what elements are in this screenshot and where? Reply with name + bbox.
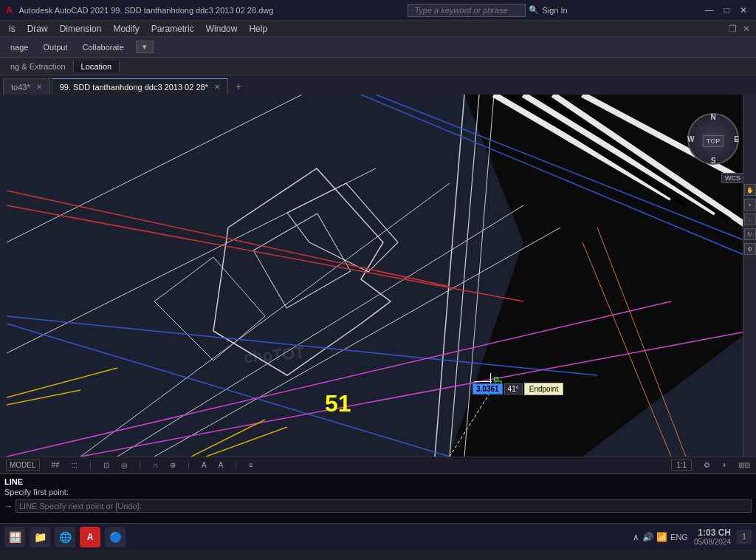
scale-label[interactable]: 1:1 bbox=[671, 460, 692, 471]
compass-north: N bbox=[710, 113, 715, 121]
compass-south: S bbox=[711, 157, 716, 165]
polar-button[interactable]: ◎ bbox=[121, 461, 128, 469]
compass-top-button[interactable]: TOP bbox=[703, 135, 724, 147]
menubar: ls Draw Dimension Modify Parametric Wind… bbox=[0, 21, 756, 37]
doc-tab-to43[interactable]: to43* ✕ bbox=[3, 78, 50, 95]
angle-value: 41° bbox=[504, 383, 523, 395]
file-explorer-icon[interactable]: 📁 bbox=[30, 527, 50, 547]
cad-drawing bbox=[0, 95, 756, 457]
close-doc-icon[interactable]: ✕ bbox=[740, 24, 753, 34]
command-input[interactable] bbox=[16, 499, 752, 513]
titlebar-left: A Autodesk AutoCAD 2021 99. SDD tanthanh… bbox=[6, 4, 273, 16]
doc-tab-sdd[interactable]: 99. SDD tanthanhdong ddc3 2013 02 28* ✕ bbox=[52, 78, 228, 95]
compass-east: E bbox=[734, 135, 739, 143]
tray-wifi-icon[interactable]: 📶 bbox=[656, 532, 667, 542]
autocad-icon[interactable]: A bbox=[80, 527, 100, 547]
titlebar-title: Autodesk AutoCAD 2021 99. SDD tanthanhdo… bbox=[18, 6, 273, 15]
transparency-button[interactable]: A bbox=[219, 461, 224, 469]
model-label[interactable]: MODEL bbox=[6, 460, 40, 471]
doc-tab-sdd-label: 99. SDD tanthanhdong ddc3 2013 02 28* bbox=[60, 83, 208, 92]
titlebar-controls: — □ ✕ bbox=[702, 5, 750, 16]
taskbar-right: ∧ 🔊 📶 ENG 1:03 CH 05/08/2024 1 bbox=[633, 527, 752, 546]
doc-tab-sdd-close[interactable]: ✕ bbox=[214, 83, 220, 91]
status-bar: MODEL ## ::: | ⊡ ◎ | ∩ ⊕ | A A | ≡ 1:1 ⚙… bbox=[0, 457, 756, 473]
titlebar: A Autodesk AutoCAD 2021 99. SDD tanthanh… bbox=[0, 0, 756, 21]
tray-lang-label[interactable]: ENG bbox=[670, 533, 688, 542]
clock-date: 05/08/2024 bbox=[694, 538, 731, 546]
zoom-out-button[interactable]: - bbox=[744, 214, 756, 225]
menu-item-help[interactable]: Help bbox=[243, 22, 273, 35]
distance-value: 3.0361 bbox=[472, 383, 503, 395]
cmd-line-command: LINE bbox=[4, 477, 752, 486]
taskbar-left: 🪟 📁 🌐 A 🔵 bbox=[4, 527, 126, 547]
menu-item-parametric[interactable]: Parametric bbox=[145, 22, 200, 35]
cmd-arrow-icon: → bbox=[4, 502, 13, 511]
right-toolbar: ✋ + - ↻ ⚙ bbox=[743, 95, 756, 457]
start-button[interactable]: 🪟 bbox=[4, 527, 25, 547]
menu-item-ls[interactable]: ls bbox=[3, 22, 21, 35]
ortho-button[interactable]: ⊡ bbox=[103, 461, 109, 469]
menu-item-modify[interactable]: Modify bbox=[107, 22, 145, 35]
ribbon-dropdown[interactable]: ▼ bbox=[136, 41, 154, 53]
gear-icon[interactable]: ⚙ bbox=[704, 461, 710, 469]
settings-button[interactable]: ⚙ bbox=[744, 243, 756, 255]
compass-rose: TOP N S W E bbox=[684, 109, 743, 168]
menu-item-window[interactable]: Window bbox=[200, 22, 244, 35]
plus-icon[interactable]: + bbox=[722, 461, 726, 469]
taskbar: 🪟 📁 🌐 A 🔵 ∧ 🔊 📶 ENG 1:03 CH 05/08/2024 1 bbox=[0, 523, 756, 550]
clock-time: 1:03 CH bbox=[694, 527, 731, 538]
app-logo-icon: A bbox=[6, 4, 13, 16]
rotate-button[interactable]: ↻ bbox=[744, 228, 756, 240]
extraction-location-tabbar: ng & Extraction Location bbox=[0, 58, 756, 75]
ribbon-output[interactable]: Output bbox=[37, 41, 73, 53]
grid-toggle[interactable]: ## bbox=[52, 461, 60, 469]
zoom-button[interactable]: + bbox=[744, 199, 756, 211]
doc-tab-to43-close[interactable]: ✕ bbox=[36, 83, 42, 91]
search-input[interactable] bbox=[408, 4, 526, 17]
search-icon[interactable]: 🔍 bbox=[529, 5, 539, 15]
taskbar-clock[interactable]: 1:03 CH 05/08/2024 bbox=[694, 527, 731, 546]
tab-extraction[interactable]: ng & Extraction bbox=[3, 61, 74, 72]
menu-item-dimension[interactable]: Dimension bbox=[54, 22, 108, 35]
system-tray: ∧ 🔊 📶 ENG bbox=[633, 532, 688, 542]
osnap-button[interactable]: ∩ bbox=[153, 461, 158, 469]
parcel-number: 51 bbox=[325, 390, 351, 417]
signin-button[interactable]: Sign In bbox=[542, 6, 567, 15]
close-button[interactable]: ✕ bbox=[737, 5, 750, 16]
snap-toggle[interactable]: ::: bbox=[72, 461, 78, 469]
restore-icon[interactable]: ❐ bbox=[726, 24, 740, 34]
wcs-badge[interactable]: WCS bbox=[721, 173, 744, 183]
tray-volume-icon[interactable]: 🔊 bbox=[642, 532, 653, 542]
browser-icon[interactable]: 🌐 bbox=[55, 527, 75, 547]
minimize-button[interactable]: — bbox=[702, 5, 717, 16]
command-area: LINE Specify first point: → bbox=[0, 473, 756, 523]
titlebar-search-area: 🔍 Sign In bbox=[408, 4, 567, 17]
quick-props-button[interactable]: ≡ bbox=[249, 461, 253, 469]
chrome-icon[interactable]: 🔵 bbox=[105, 527, 126, 547]
tray-arrow-icon[interactable]: ∧ bbox=[633, 532, 639, 542]
ribbon-collaborate[interactable]: Collaborate bbox=[77, 41, 130, 53]
maximize-button[interactable]: □ bbox=[721, 5, 732, 16]
doc-tab-to43-label: to43* bbox=[11, 83, 30, 92]
pan-tool-button[interactable]: ✋ bbox=[744, 184, 756, 196]
layout-options[interactable]: ⊞⊟ bbox=[738, 461, 750, 469]
notification-badge[interactable]: 1 bbox=[737, 530, 752, 544]
cmd-line-prompt: Specify first point: bbox=[4, 488, 752, 496]
endpoint-tooltip: 3.0361 41° Endpoint bbox=[472, 383, 563, 395]
cad-viewport[interactable]: 3.0361 41° Endpoint 51 choTOT TOP N S W … bbox=[0, 95, 756, 457]
cmd-input-row: → bbox=[4, 499, 752, 513]
menu-item-draw[interactable]: Draw bbox=[21, 22, 54, 35]
tab-location[interactable]: Location bbox=[74, 61, 120, 72]
add-tab-button[interactable]: + bbox=[230, 78, 247, 95]
otrack-button[interactable]: ⊕ bbox=[170, 461, 176, 469]
compass-west: W bbox=[687, 135, 694, 143]
ribbonbar: nage Output Collaborate ▼ bbox=[0, 37, 756, 58]
document-tabs: to43* ✕ 99. SDD tanthanhdong ddc3 2013 0… bbox=[0, 75, 756, 95]
lineweight-button[interactable]: A bbox=[202, 461, 207, 469]
endpoint-label: Endpoint bbox=[524, 383, 563, 395]
ribbon-nage[interactable]: nage bbox=[4, 41, 34, 53]
